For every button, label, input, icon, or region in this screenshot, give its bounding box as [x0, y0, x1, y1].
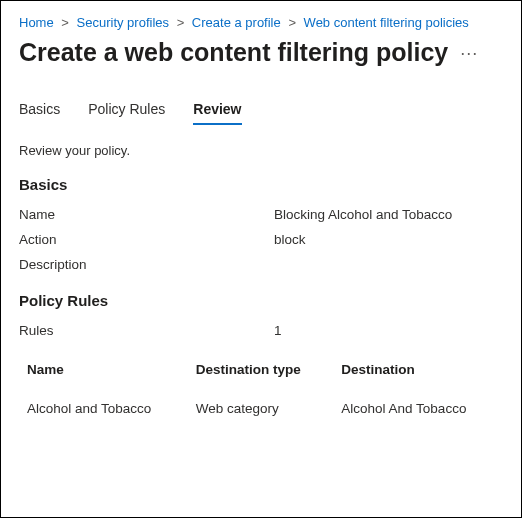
- review-intro: Review your policy.: [19, 143, 503, 158]
- breadcrumb-create-profile[interactable]: Create a profile: [192, 15, 281, 30]
- col-name[interactable]: Name: [19, 352, 188, 387]
- basics-name-value: Blocking Alcohol and Tobacco: [274, 207, 503, 222]
- breadcrumb-security-profiles[interactable]: Security profiles: [77, 15, 169, 30]
- breadcrumb: Home > Security profiles > Create a prof…: [19, 15, 503, 30]
- rule-name: Alcohol and Tobacco: [19, 387, 188, 426]
- page-frame: Home > Security profiles > Create a prof…: [0, 0, 522, 518]
- section-heading-basics: Basics: [19, 176, 503, 193]
- page-title: Create a web content filtering policy: [19, 38, 448, 67]
- chevron-right-icon: >: [177, 15, 185, 30]
- rules-count-value: 1: [274, 323, 503, 338]
- rules-table-header-row: Name Destination type Destination: [19, 352, 503, 387]
- col-destination[interactable]: Destination: [333, 352, 503, 387]
- rules-summary: Rules 1: [19, 323, 503, 338]
- chevron-right-icon: >: [61, 15, 69, 30]
- col-destination-type[interactable]: Destination type: [188, 352, 334, 387]
- section-heading-policy-rules: Policy Rules: [19, 292, 503, 309]
- tabs: Basics Policy Rules Review: [19, 97, 503, 125]
- tab-policy-rules[interactable]: Policy Rules: [88, 97, 165, 125]
- rules-table: Name Destination type Destination Alcoho…: [19, 352, 503, 426]
- basics-name-label: Name: [19, 207, 274, 222]
- rules-count-label: Rules: [19, 323, 274, 338]
- basics-description-value: [274, 257, 503, 272]
- basics-summary: Name Blocking Alcohol and Tobacco Action…: [19, 207, 503, 272]
- tab-basics[interactable]: Basics: [19, 97, 60, 125]
- chevron-right-icon: >: [288, 15, 296, 30]
- basics-description-label: Description: [19, 257, 274, 272]
- basics-action-value: block: [274, 232, 503, 247]
- more-icon[interactable]: ···: [460, 44, 478, 62]
- basics-action-label: Action: [19, 232, 274, 247]
- rule-destination-type: Web category: [188, 387, 334, 426]
- rule-destination: Alcohol And Tobacco: [333, 387, 503, 426]
- breadcrumb-web-content-filtering-policies[interactable]: Web content filtering policies: [304, 15, 469, 30]
- title-row: Create a web content filtering policy ··…: [19, 38, 503, 67]
- table-row[interactable]: Alcohol and Tobacco Web category Alcohol…: [19, 387, 503, 426]
- breadcrumb-home[interactable]: Home: [19, 15, 54, 30]
- tab-review[interactable]: Review: [193, 97, 241, 125]
